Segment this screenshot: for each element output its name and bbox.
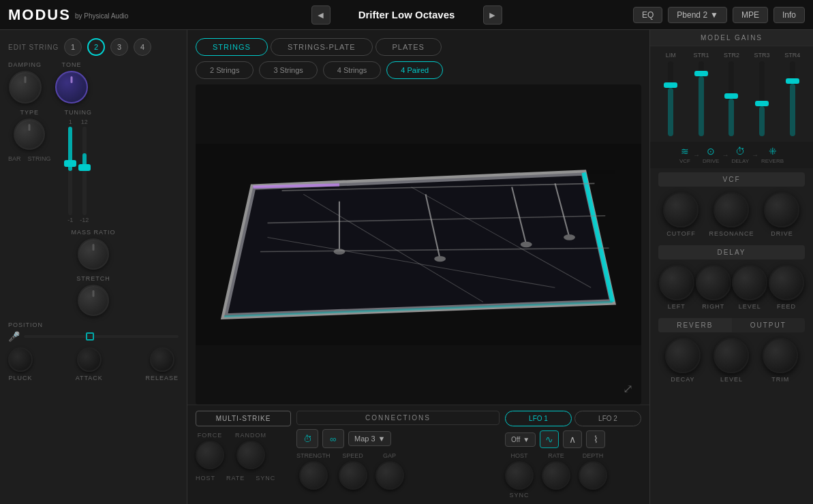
lfo-dropdown-arrow-icon: ▼ xyxy=(523,436,530,443)
pbend-button[interactable]: Pbend 2 ▼ xyxy=(668,7,727,23)
tab-plates[interactable]: PLATES xyxy=(375,38,442,56)
tuning-slider-1[interactable] xyxy=(68,127,72,215)
string-btn-4[interactable]: 4 xyxy=(134,38,151,56)
info-button[interactable]: Info xyxy=(773,7,805,23)
lfo-depth-label: DEPTH xyxy=(583,452,604,459)
stretch-knob[interactable] xyxy=(78,285,109,316)
svg-point-15 xyxy=(564,234,575,240)
string-btn-1[interactable]: 1 xyxy=(64,38,82,56)
attack-group: ATTACK xyxy=(76,347,103,381)
tuning-group: TUNING 1 -1 12 xyxy=(65,109,93,223)
connections-title: CONNECTIONS xyxy=(296,411,500,425)
random-knob[interactable] xyxy=(236,441,265,469)
logo-sub: by Physical Audio xyxy=(75,12,128,20)
pbend-label: Pbend 2 xyxy=(677,10,707,20)
type-label: TYPE xyxy=(20,109,40,116)
str2-label: STR2 xyxy=(724,52,739,59)
wave-sine-btn[interactable]: ∿ xyxy=(540,430,559,448)
pluck-knob[interactable] xyxy=(8,347,33,372)
position-slider[interactable]: 🎤 xyxy=(8,331,179,342)
cutoff-knob[interactable] xyxy=(663,192,699,227)
delay-level-knob[interactable] xyxy=(732,265,767,300)
lfo-depth-knob[interactable] xyxy=(579,461,607,490)
gap-group: GAP xyxy=(375,452,404,490)
gains-cols: LIM STR1 STR2 xyxy=(658,52,805,136)
count-4-paired[interactable]: 4 Paired xyxy=(386,61,443,79)
top-right: EQ Pbend 2 ▼ MPE Info xyxy=(633,7,805,23)
lfo2-tab[interactable]: LFO 2 xyxy=(574,411,641,426)
delay-right-knob[interactable] xyxy=(696,265,731,300)
type-tuning-row: TYPE BAR STRING TUNING 1 xyxy=(8,109,179,223)
logo-modus: MODUS xyxy=(8,6,71,24)
share-icon[interactable]: ⤢ xyxy=(623,381,633,396)
delay-header: DELAY xyxy=(658,245,805,259)
mpe-button[interactable]: MPE xyxy=(733,7,768,23)
lfo-rate-knob[interactable] xyxy=(542,461,570,490)
position-label: POSITION xyxy=(8,321,43,328)
gain-str1-col: STR1 xyxy=(689,52,714,136)
feed-label: FEED xyxy=(777,303,796,310)
wave-triangle-btn[interactable]: ∧ xyxy=(563,430,582,448)
trim-group: TRIM xyxy=(763,338,798,383)
vcf-drive-knob[interactable] xyxy=(764,192,799,227)
tab-strings[interactable]: STRINGS xyxy=(196,38,268,56)
vcf-chain-node[interactable]: ≋ VCF xyxy=(679,146,690,164)
resonance-knob[interactable] xyxy=(714,192,749,227)
delay-feed-knob[interactable] xyxy=(769,265,804,300)
lim-slider[interactable] xyxy=(668,61,673,136)
bottom-controls: MULTI-STRIKE FORCE RANDOM HOST RATE SYNC xyxy=(187,405,649,504)
str2-slider[interactable] xyxy=(728,61,734,136)
attack-knob[interactable] xyxy=(77,347,102,372)
speed-knob[interactable] xyxy=(339,461,367,490)
count-2-strings[interactable]: 2 Strings xyxy=(196,61,254,79)
reverb-icon: ⁜ xyxy=(769,146,777,157)
force-random-row: FORCE RANDOM xyxy=(196,432,291,469)
tone-knob[interactable] xyxy=(55,71,88,104)
wave-saw-btn[interactable]: ⌇ xyxy=(586,430,605,448)
type-knob[interactable] xyxy=(14,119,45,150)
str3-slider[interactable] xyxy=(759,61,765,136)
tab-strings-plate[interactable]: STRINGS-PLATE xyxy=(271,38,373,56)
string-btn-3[interactable]: 3 xyxy=(110,38,128,56)
eq-button[interactable]: EQ xyxy=(633,7,662,23)
next-button[interactable]: ► xyxy=(483,5,502,25)
tuning-slider-2[interactable] xyxy=(82,127,87,215)
bar-label: BAR xyxy=(8,155,21,162)
lfo-host-group: HOST SYNC xyxy=(505,452,534,499)
multi-strike-button[interactable]: MULTI-STRIKE xyxy=(196,411,291,426)
str1-label: STR1 xyxy=(693,52,709,59)
reverb-chain-node[interactable]: ⁜ REVERB xyxy=(761,146,784,164)
map-select[interactable]: Map 3 ▼ xyxy=(348,431,391,446)
drive-chain-node[interactable]: ⊙ DRIVE xyxy=(703,146,719,164)
lfo1-tab[interactable]: LFO 1 xyxy=(505,411,572,426)
gap-knob[interactable] xyxy=(375,461,404,490)
connections-section: CONNECTIONS ⏱ ∞ Map 3 ▼ STRENGTH SPEE xyxy=(296,411,500,499)
damping-label: DAMPING xyxy=(8,61,42,68)
delay-chain-node[interactable]: ⏱ DELAY xyxy=(731,146,749,164)
lfo-off-dropdown[interactable]: Off ▼ xyxy=(505,432,536,447)
rev-level-knob[interactable] xyxy=(714,338,749,373)
count-3-strings[interactable]: 3 Strings xyxy=(259,61,317,79)
lfo-host-knob[interactable] xyxy=(505,461,534,490)
tabs-row: STRINGS STRINGS-PLATE PLATES xyxy=(187,30,649,61)
string-btn-2[interactable]: 2 xyxy=(87,38,105,56)
conn-infinity-icon[interactable]: ∞ xyxy=(322,429,344,448)
strength-knob[interactable] xyxy=(299,461,328,490)
delay-left-knob[interactable] xyxy=(659,265,694,300)
str4-slider[interactable] xyxy=(790,61,795,136)
trim-knob[interactable] xyxy=(763,338,798,373)
conn-clock-icon[interactable]: ⏱ xyxy=(296,429,318,448)
force-knob[interactable] xyxy=(196,441,224,469)
delay-left-group: LEFT xyxy=(659,265,694,310)
svg-point-11 xyxy=(434,256,446,262)
str1-slider[interactable] xyxy=(699,61,704,136)
decay-knob[interactable] xyxy=(665,338,701,373)
attack-label: ATTACK xyxy=(76,375,103,381)
damping-knob[interactable] xyxy=(9,71,42,104)
position-thumb[interactable] xyxy=(86,332,94,341)
release-knob[interactable] xyxy=(150,347,174,372)
mass-ratio-knob[interactable] xyxy=(78,238,109,270)
count-4-strings[interactable]: 4 Strings xyxy=(323,61,381,79)
effects-chain: ≋ VCF → ⊙ DRIVE → ⏱ DELAY → ⁜ REVERB xyxy=(650,142,813,168)
prev-button[interactable]: ◄ xyxy=(311,5,331,25)
